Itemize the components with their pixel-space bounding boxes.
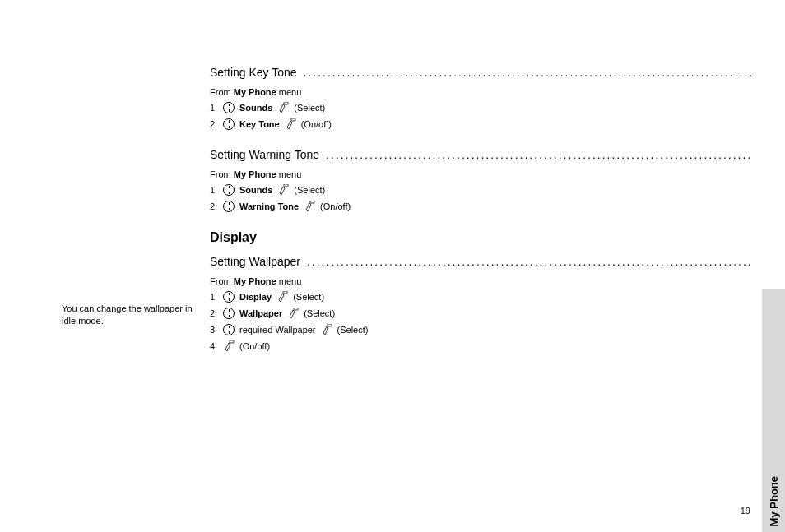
select-icon: [321, 324, 332, 335]
step-row: 1 Sounds (Select): [210, 184, 753, 196]
intro-line: From My Phone menu: [210, 87, 753, 97]
section-title: Setting Wallpaper: [210, 255, 753, 268]
nav-icon: [223, 102, 235, 113]
intro-line: From My Phone menu: [210, 169, 753, 179]
svg-rect-2: [284, 184, 288, 187]
intro-line: From My Phone menu: [210, 276, 753, 286]
sidenote-wallpaper: You can change the wallpaper in idle mod…: [62, 303, 193, 327]
step-number: 4: [210, 341, 218, 351]
svg-rect-5: [294, 308, 298, 310]
select-icon: [285, 118, 296, 130]
intro-bold: My Phone: [234, 87, 276, 97]
step-row: 2 Warning Tone (On/off): [210, 201, 753, 212]
intro-suffix: menu: [276, 169, 302, 179]
select-icon: [277, 184, 289, 196]
step-action: (Select): [304, 308, 335, 318]
step-label: Display: [239, 292, 272, 302]
nav-icon: [223, 184, 235, 196]
step-label: Sounds: [239, 185, 272, 195]
title-text: Setting Warning Tone: [210, 148, 323, 161]
svg-rect-0: [284, 102, 288, 104]
intro-prefix: From: [210, 87, 234, 97]
title-text: Setting Wallpaper: [210, 255, 304, 268]
select-icon: [277, 102, 289, 113]
select-icon: [276, 291, 288, 303]
step-row: 4 (On/off): [210, 340, 753, 352]
step-action: (Select): [294, 103, 325, 113]
nav-icon: [223, 291, 235, 303]
step-row: 1 Display (Select): [210, 291, 753, 303]
intro-suffix: menu: [276, 276, 302, 286]
step-label: Sounds: [239, 103, 272, 113]
step-label: Warning Tone: [239, 201, 299, 211]
svg-rect-4: [283, 291, 287, 294]
svg-rect-3: [310, 201, 314, 203]
intro-bold: My Phone: [234, 276, 276, 286]
step-number: 3: [210, 325, 218, 335]
step-action: (On/off): [239, 341, 270, 351]
step-number: 2: [210, 201, 218, 211]
title-text: Setting Key Tone: [210, 66, 300, 79]
step-action: (On/off): [320, 201, 351, 211]
section-title: Setting Warning Tone: [210, 148, 753, 161]
section-wallpaper: Setting Wallpaper From My Phone menu 1 D…: [210, 255, 753, 352]
select-icon: [223, 340, 235, 352]
step-label: required Wallpaper: [239, 325, 316, 335]
step-row: 2 Key Tone (On/off): [210, 118, 753, 130]
step-action: (Select): [293, 292, 324, 302]
intro-bold: My Phone: [234, 169, 276, 179]
section-warning-tone: Setting Warning Tone From My Phone menu …: [210, 148, 753, 212]
step-number: 2: [210, 308, 218, 318]
section-key-tone: Setting Key Tone From My Phone menu 1 So…: [210, 66, 753, 130]
svg-rect-6: [327, 324, 332, 326]
step-action: (Select): [294, 185, 325, 195]
select-icon: [304, 201, 315, 212]
step-number: 1: [210, 185, 218, 195]
select-icon: [287, 308, 299, 319]
intro-prefix: From: [210, 276, 234, 286]
intro-suffix: menu: [276, 87, 302, 97]
step-action: (Select): [337, 325, 369, 335]
step-label: Key Tone: [239, 119, 280, 129]
step-label: Wallpaper: [239, 308, 282, 318]
svg-rect-7: [230, 340, 234, 343]
svg-rect-1: [291, 118, 295, 121]
nav-icon: [223, 324, 235, 335]
step-number: 2: [210, 119, 218, 129]
step-number: 1: [210, 103, 218, 113]
intro-prefix: From: [210, 169, 234, 179]
nav-icon: [223, 118, 235, 130]
step-row: 2 Wallpaper (Select): [210, 308, 753, 319]
page-content: Setting Key Tone From My Phone menu 1 So…: [0, 0, 785, 532]
step-row: 3 required Wallpaper (Select): [210, 324, 753, 335]
step-action: (On/off): [301, 119, 332, 129]
step-row: 1 Sounds (Select): [210, 102, 753, 113]
step-number: 1: [210, 292, 218, 302]
section-title: Setting Key Tone: [210, 66, 753, 79]
nav-icon: [223, 201, 235, 212]
nav-icon: [223, 308, 235, 319]
heading-display: Display: [210, 230, 753, 245]
